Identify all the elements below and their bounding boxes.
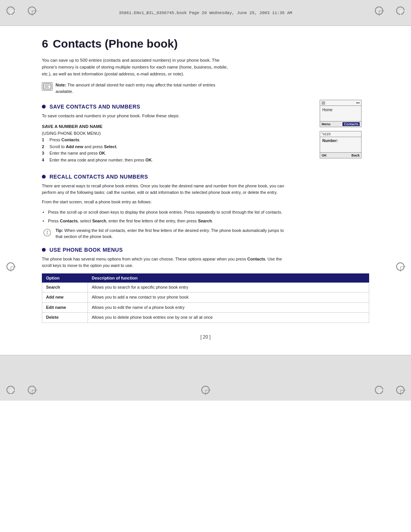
recall-intro: There are several ways to recall phone b… [42,183,285,196]
desc-search: Allows you to search for a specific phon… [88,282,369,292]
page-content: 6Contacts (Phone book) You can save up t… [0,26,411,355]
save-subsection-title: SAVE A NUMBER AND NAME [42,124,312,129]
col-description: Description of function [88,273,369,282]
step-3: 3 Enter the name and press OK. [42,150,312,157]
phone-screen-1: |||| ▪▪▪ Home Menu Contacts [320,100,362,127]
footer-menu: Menu [322,122,331,126]
top-strip: 3586i.ENv1_BIL_9356745.book Page 20 Wedn… [0,0,411,26]
desc-edit-name: Allows you to edit the name of a phone b… [88,302,369,312]
footer-back: Back [351,153,360,157]
footer-ok: OK [322,153,327,157]
use-section-title: USE PHONE BOOK MENUS [49,247,123,253]
save-section-title: SAVE CONTACTS AND NUMBERS [49,104,140,110]
phone-signal: |||| [322,101,325,105]
reg-mark-top-right2 [374,5,384,16]
table-header-row: Option Description of function [42,273,369,282]
reg-mark-bottom-left2 [27,385,37,395]
table-row: Delete Allows you to delete phone book e… [42,313,369,323]
reg-mark-bottom-left [5,385,16,395]
footer-contacts: Contacts [342,122,360,126]
phone-mockups-sidebar: |||| ▪▪▪ Home Menu Contacts °o123 [320,100,369,158]
svg-point-5 [47,231,48,232]
reg-mark-bottom-right2 [374,385,384,395]
save-section: SAVE CONTACTS AND NUMBERS To save contac… [42,100,369,166]
note-label: Note: [56,83,66,87]
phone-screen-2-header: °o123 [320,131,361,137]
phone-screen-1-body: Home [320,106,361,121]
note-container: Note: The amount of detail stored for ea… [42,82,232,94]
recall-section-header: RECALL CONTACTS AND NUMBERS [42,174,369,180]
desc-add-new: Allows you to add a new contact to your … [88,292,369,302]
save-subsection-sub: (USING PHONE BOOK MENU) [42,131,312,136]
save-section-main: SAVE CONTACTS AND NUMBERS To save contac… [42,100,312,166]
use-section-header: USE PHONE BOOK MENUS [42,247,369,253]
steps-list: 1 Press Contacts. 2 Scroll to Add new an… [42,137,312,163]
note-body: The amount of detail stored for each ent… [56,83,215,94]
note-icon [42,82,53,91]
menu-item-home: Home [322,107,359,112]
tip-label: Tip: [56,228,63,233]
reg-mark-bottom-right [395,385,406,395]
phone-screen-1-header: |||| ▪▪▪ [320,100,361,106]
reg-mark-bottom-center [200,385,211,395]
recall-bullets: Press the scroll up or scroll down keys … [42,209,285,224]
table-row: Edit name Allows you to edit the name of… [42,302,369,312]
table-row: Search Allows you to search for a specif… [42,282,369,292]
option-edit-name: Edit name [42,302,88,312]
desc-delete: Allows you to delete phone book entries … [88,313,369,323]
note-text: Note: The amount of detail stored for ea… [56,82,232,94]
step-1: 1 Press Contacts. [42,137,312,144]
option-delete: Delete [42,313,88,323]
recall-bullet-2: Press Contacts, select Search, enter the… [42,218,285,224]
chapter-number: 6 [42,37,48,50]
reg-mark-top-left2 [27,5,37,16]
phone2-header: °o123 [322,132,331,136]
table-row: Add new Allows you to add a new contact … [42,292,369,302]
file-info: 3586i.ENv1_BIL_9356745.book Page 20 Wedn… [119,11,292,15]
recall-bullet-1: Press the scroll up or scroll down keys … [42,209,285,216]
table-header: Option Description of function [42,273,369,282]
tip-container: Tip: When viewing the list of contacts, … [42,227,285,240]
chapter-heading: 6Contacts (Phone book) [42,37,369,50]
save-intro: To save contacts and numbers in your pho… [42,113,232,120]
tip-body: When viewing the list of contacts, enter… [56,228,284,239]
phone-screen-2: °o123 Number: OK Back [320,131,362,158]
use-intro-text: The phone book has several menu options … [42,257,247,261]
table-body: Search Allows you to search for a specif… [42,282,369,323]
option-search: Search [42,282,88,292]
phone-screen-2-footer: OK Back [320,152,361,158]
bottom-strip [0,355,411,401]
chapter-title: Contacts (Phone book) [53,37,178,50]
use-bold: Contacts [247,257,265,261]
recall-sub: From the start screen, recall a phone bo… [42,199,285,205]
col-option: Option [42,273,88,282]
phone-screen-2-body: Number: [320,137,361,152]
use-section-intro: The phone book has several menu options … [42,256,285,269]
recall-section: RECALL CONTACTS AND NUMBERS There are se… [42,174,369,240]
reg-mark-top-left [5,5,16,16]
tip-text: Tip: When viewing the list of contacts, … [56,227,285,240]
intro-paragraph: You can save up to 500 entries (contacts… [42,57,232,77]
step-4: 4 Enter the area code and phone number, … [42,157,312,164]
page-num-value: 20 [203,334,208,340]
recall-bullet [42,175,46,179]
reg-mark-top-right [395,5,406,16]
phone-screen-1-footer: Menu Contacts [320,121,361,127]
phone-battery: ▪▪▪ [356,101,360,105]
use-bullet [42,248,46,252]
step-2: 2 Scroll to Add new and press Select. [42,144,312,150]
option-add-new: Add new [42,292,88,302]
options-table: Option Description of function Search Al… [42,273,369,323]
use-phone-section: USE PHONE BOOK MENUS The phone book has … [42,247,369,323]
save-bullet [42,105,46,109]
recall-section-title: RECALL CONTACTS AND NUMBERS [49,174,148,180]
page-outer: 3586i.ENv1_BIL_9356745.book Page 20 Wedn… [0,0,411,532]
save-section-header: SAVE CONTACTS AND NUMBERS [42,104,312,110]
page-number: [ 20 ] [42,334,369,340]
number-label: Number: [322,139,359,143]
tip-icon [42,227,53,238]
